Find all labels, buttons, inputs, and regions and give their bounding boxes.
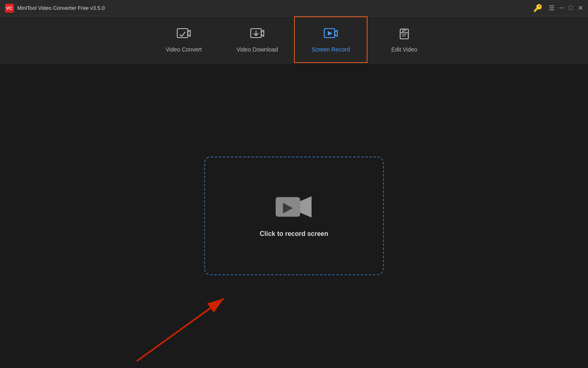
camera-icon	[276, 194, 312, 220]
video-download-icon	[250, 27, 265, 42]
app-title: MiniTool Video Converter Free v3.5.0	[17, 5, 105, 11]
screen-record-icon	[323, 27, 338, 42]
title-bar-right: 🔑 ☰ ─ □ ✕	[533, 4, 583, 13]
close-button[interactable]: ✕	[578, 4, 583, 12]
record-label: Click to record screen	[260, 230, 328, 238]
tab-edit-video-label: Edit Video	[391, 46, 417, 53]
tab-edit-video[interactable]: Edit Video	[368, 16, 441, 63]
camera-icon-wrapper	[276, 194, 312, 220]
tab-screen-record-label: Screen Record	[312, 46, 350, 53]
menu-icon[interactable]: ☰	[549, 4, 555, 12]
edit-video-icon	[397, 27, 412, 42]
svg-marker-4	[328, 31, 332, 36]
title-bar: VC MiniTool Video Converter Free v3.5.0 …	[0, 0, 588, 16]
tab-video-download-label: Video Download	[236, 46, 278, 53]
svg-marker-11	[300, 196, 312, 218]
svg-rect-5	[400, 29, 408, 39]
svg-rect-0	[177, 29, 188, 38]
svg-line-13	[137, 298, 224, 361]
tab-screen-record[interactable]: Screen Record	[294, 16, 368, 63]
tab-video-download[interactable]: Video Download	[220, 16, 294, 63]
window-controls: ☰ ─ □ ✕	[549, 4, 583, 12]
nav-bar: Video Convert Video Download Screen Reco…	[0, 16, 588, 63]
tab-video-convert-label: Video Convert	[166, 46, 202, 53]
title-bar-left: VC MiniTool Video Converter Free v3.5.0	[5, 4, 105, 13]
video-convert-icon	[176, 27, 191, 42]
minimize-button[interactable]: ─	[559, 4, 564, 12]
record-area[interactable]: Click to record screen	[204, 157, 384, 275]
maximize-button[interactable]: □	[569, 4, 573, 12]
app-logo: VC	[5, 4, 14, 13]
tab-video-convert[interactable]: Video Convert	[147, 16, 220, 63]
key-icon[interactable]: 🔑	[533, 4, 542, 13]
main-content: Click to record screen	[0, 63, 588, 368]
